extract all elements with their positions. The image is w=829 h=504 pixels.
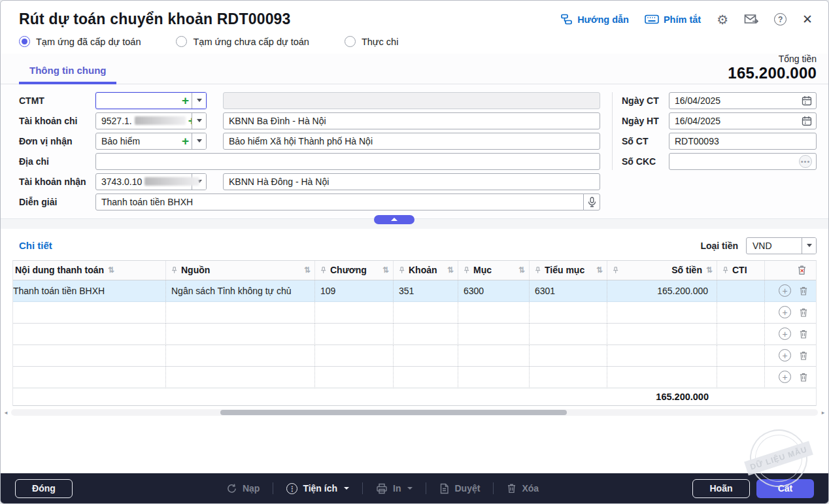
tai-khoan-chi-combo[interactable]: 9527.1. +: [95, 112, 207, 129]
scrollbar-track[interactable]: [11, 409, 818, 416]
col-so-tien[interactable]: Số tiền ⇅: [607, 261, 717, 280]
pin-icon[interactable]: [320, 267, 326, 274]
radio-tam-ung-da-cap[interactable]: Tạm ứng đã cấp dự toán: [19, 36, 141, 47]
form-row-ngay-ct: Ngày CT: [622, 92, 817, 109]
so-ct-field[interactable]: [675, 136, 812, 146]
chevron-down-icon: [407, 487, 413, 490]
form-row-dia-chi: Địa chỉ: [19, 153, 600, 170]
collapse-form-button[interactable]: [374, 215, 414, 224]
currency-select[interactable]: VND: [746, 237, 817, 254]
table-row[interactable]: Thanh toán tiền BHXH Ngân sách Tỉnh khôn…: [13, 280, 816, 302]
tai-khoan-nhan-description-field[interactable]: [223, 173, 600, 190]
add-row-icon[interactable]: +: [779, 328, 791, 340]
total-label: Tổng tiền: [728, 54, 817, 64]
ngay-ct-datepicker[interactable]: [669, 92, 817, 109]
ngay-ct-field[interactable]: [675, 95, 802, 106]
delete-row-icon[interactable]: [799, 372, 808, 382]
pin-icon[interactable]: [399, 267, 405, 274]
sort-icon[interactable]: ⇅: [108, 265, 114, 275]
col-chuong[interactable]: Chương ⇅: [315, 261, 394, 280]
calendar-icon[interactable]: [802, 95, 812, 106]
delete-all-rows-icon[interactable]: ✕: [797, 265, 807, 275]
save-button[interactable]: Cất: [756, 479, 814, 498]
currency-value: VND: [747, 238, 802, 254]
ctmt-combo[interactable]: +: [95, 92, 207, 109]
dien-giai-field[interactable]: [95, 193, 584, 210]
don-vi-nhan-combo[interactable]: Bảo hiểm +: [95, 133, 207, 150]
tai-khoan-chi-description-field[interactable]: [223, 112, 600, 129]
col-ctmt[interactable]: CTI: [717, 261, 765, 280]
delete-row-icon[interactable]: [799, 329, 808, 339]
tai-khoan-nhan-combo[interactable]: 3743.0.10: [95, 173, 207, 190]
guide-link[interactable]: Hướng dẫn: [560, 13, 629, 25]
tab-thong-tin-chung[interactable]: Thông tin chung: [19, 59, 116, 84]
close-icon[interactable]: ✕: [802, 12, 813, 27]
approve-button[interactable]: Duyệt: [426, 483, 493, 494]
sort-icon[interactable]: ⇅: [706, 265, 713, 275]
col-noi-dung[interactable]: Nội dung thanh toán ⇅: [13, 261, 166, 280]
radio-tam-ung-chua-cap[interactable]: Tạm ứng chưa cấp dự toán: [176, 36, 309, 47]
don-vi-nhan-description-field[interactable]: [223, 133, 600, 150]
mail-send-icon[interactable]: [744, 14, 758, 25]
col-nguon[interactable]: Nguồn ⇅: [166, 261, 315, 280]
delete-button[interactable]: Xóa: [494, 483, 552, 494]
delete-row-icon[interactable]: [799, 350, 808, 361]
add-row-icon[interactable]: +: [779, 306, 791, 318]
utilities-button[interactable]: ⋮ Tiện ích: [273, 483, 362, 494]
table-empty-row[interactable]: +: [13, 302, 816, 324]
title-actions: Hướng dẫn Phím tắt ⚙ ?: [560, 12, 813, 27]
col-tieu-muc[interactable]: Tiểu mục ⇅: [530, 261, 607, 280]
scrollbar-thumb[interactable]: [220, 410, 567, 415]
so-ct-input-wrap[interactable]: [669, 133, 817, 150]
add-don-vi-nhan-icon[interactable]: +: [182, 135, 189, 147]
sort-icon[interactable]: ⇅: [447, 265, 454, 275]
so-ckc-field[interactable]: [675, 156, 799, 167]
add-row-icon[interactable]: +: [779, 349, 791, 361]
so-ckc-input-wrap[interactable]: •••: [669, 153, 817, 170]
sort-icon[interactable]: ⇅: [596, 265, 603, 275]
delete-row-icon[interactable]: [799, 286, 808, 296]
sort-icon[interactable]: ⇅: [304, 265, 311, 275]
don-vi-nhan-dropdown-button[interactable]: [192, 133, 206, 149]
close-button[interactable]: Đóng: [15, 479, 73, 498]
pin-icon[interactable]: [613, 267, 618, 274]
watermark-text: DỮ LIỆU MẪU: [744, 441, 813, 475]
currency-dropdown-button[interactable]: [802, 238, 816, 254]
add-row-icon[interactable]: +: [779, 284, 791, 297]
tai-khoan-chi-dropdown-button[interactable]: [192, 113, 206, 129]
table-empty-row[interactable]: +: [13, 324, 816, 345]
table-empty-row[interactable]: +: [13, 367, 816, 388]
scroll-left-arrow[interactable]: ◂: [2, 409, 10, 416]
ngay-ht-datepicker[interactable]: [669, 112, 817, 129]
pin-icon[interactable]: [464, 267, 469, 274]
gear-icon[interactable]: ⚙: [717, 13, 728, 26]
sort-icon[interactable]: ⇅: [382, 265, 389, 275]
shortcut-link[interactable]: Phím tắt: [645, 14, 701, 25]
ctmt-dropdown-button[interactable]: [192, 93, 206, 109]
ngay-ht-field[interactable]: [675, 116, 802, 126]
pin-icon[interactable]: [535, 267, 541, 274]
postpone-button[interactable]: Hoãn: [692, 479, 750, 498]
column-label: Nguồn: [181, 265, 300, 275]
column-label: Số tiền: [671, 265, 702, 275]
pin-icon[interactable]: [171, 267, 177, 274]
reload-button[interactable]: Nạp: [213, 483, 273, 494]
print-button[interactable]: In: [363, 483, 426, 494]
sort-icon[interactable]: ⇅: [518, 265, 525, 275]
scroll-right-arrow[interactable]: ▸: [819, 409, 827, 416]
general-info-form: CTMT + Tài khoản chi 9527.1. +: [1, 84, 828, 218]
col-khoan[interactable]: Khoản ⇅: [394, 261, 458, 280]
radio-thuc-chi[interactable]: Thực chi: [345, 36, 398, 47]
col-muc[interactable]: Mục ⇅: [458, 261, 530, 280]
dien-giai-label: Diễn giải: [19, 197, 95, 207]
lookup-ellipsis-icon[interactable]: •••: [799, 155, 812, 168]
help-icon[interactable]: ?: [774, 13, 787, 25]
microphone-button[interactable]: [583, 193, 600, 210]
pin-icon[interactable]: [722, 267, 728, 274]
add-ctmt-icon[interactable]: +: [182, 94, 189, 107]
dia-chi-field[interactable]: [95, 153, 600, 170]
delete-row-icon[interactable]: [799, 307, 808, 318]
table-empty-row[interactable]: +: [13, 345, 816, 367]
add-row-icon[interactable]: +: [779, 371, 791, 383]
calendar-icon[interactable]: [802, 116, 812, 126]
